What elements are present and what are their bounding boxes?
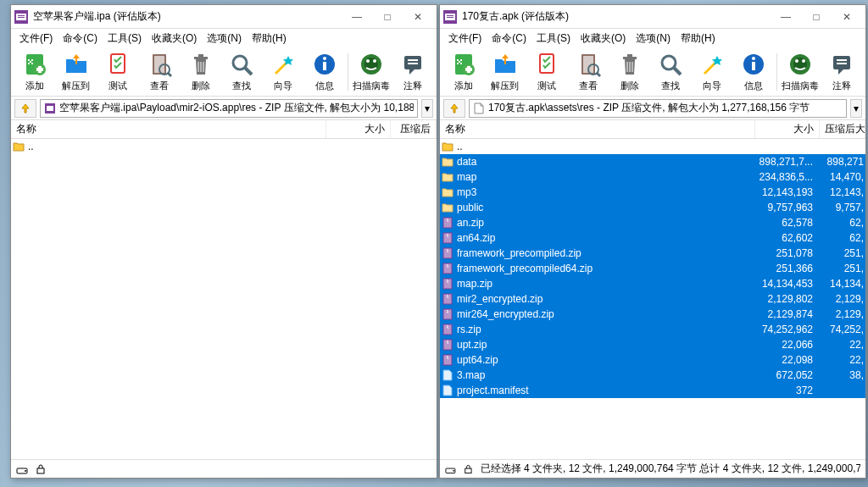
col-name[interactable]: 名称 [11, 120, 326, 138]
file-size: 234,836,5... [754, 171, 818, 183]
close-button[interactable]: ✕ [832, 7, 862, 27]
file-row[interactable]: project.manifest372 [440, 383, 865, 398]
file-row[interactable]: mir264_encrypted.zip2,129,8742,129, [440, 307, 865, 322]
file-row[interactable]: upt64.zip22,09822, [440, 352, 865, 368]
up-button[interactable] [14, 99, 36, 118]
svg-rect-87 [448, 250, 448, 251]
menu-item[interactable]: 文件(F) [14, 30, 58, 47]
col-size[interactable]: 大小 [326, 120, 391, 138]
toolbar-extract-button[interactable]: 解压到 [56, 49, 97, 95]
file-row[interactable]: framework_precompiled64.zip251,366251, [440, 261, 865, 276]
file-name: map.zip [457, 278, 754, 290]
toolbar-add-button[interactable]: 添加 [443, 49, 484, 95]
file-row[interactable]: 3.map672,05238, [440, 368, 865, 383]
window-ipa: 空苹果客户端.ipa (评估版本) — □ ✕ 文件(F)命令(C)工具(S)收… [10, 4, 437, 479]
file-list[interactable]: .. data898,271,7...898,271map234,836,5..… [440, 139, 865, 459]
toolbar-delete-button[interactable]: 删除 [181, 49, 221, 95]
menu-item[interactable]: 帮助(H) [676, 30, 721, 47]
file-row[interactable]: mir2_encrypted.zip2,129,8022,129, [440, 291, 865, 307]
file-row[interactable]: mp312,143,19312,143, [440, 185, 865, 200]
delete-icon [616, 51, 643, 78]
toolbar-label: 解压到 [62, 80, 90, 92]
path-dropdown[interactable]: ▾ [850, 99, 862, 118]
maximize-button[interactable]: □ [372, 7, 403, 27]
toolbar-view-button[interactable]: 查看 [139, 49, 180, 95]
col-packed[interactable]: 压缩后大 [820, 120, 865, 138]
toolbar-wizard-button[interactable]: 向导 [263, 49, 303, 95]
toolbar-find-button[interactable]: 查找 [222, 49, 263, 95]
file-row[interactable]: an64.zip62,60262, [440, 230, 865, 246]
toolbar-info-button[interactable]: 信息 [733, 49, 774, 95]
toolbar-find-button[interactable]: 查找 [651, 49, 692, 95]
svg-rect-59 [627, 54, 632, 57]
file-size: 22,066 [754, 339, 818, 351]
svg-rect-26 [323, 62, 326, 70]
close-button[interactable]: ✕ [403, 7, 433, 27]
toolbar-extract-button[interactable]: 解压到 [485, 49, 526, 95]
file-row[interactable]: data898,271,7...898,271 [440, 154, 865, 169]
svg-rect-45 [457, 59, 459, 61]
maximize-button[interactable]: □ [801, 7, 832, 27]
titlebar[interactable]: 170复古.apk (评估版本) — □ ✕ [440, 5, 865, 29]
file-row[interactable]: public9,757,9639,757, [440, 200, 865, 215]
menu-item[interactable]: 工具(S) [531, 30, 576, 47]
col-packed[interactable]: 压缩后 [391, 120, 437, 138]
find-icon [228, 51, 255, 78]
file-size: 898,271,7... [754, 156, 818, 168]
toolbar-test-button[interactable]: 测试 [97, 49, 138, 95]
minimize-button[interactable]: — [771, 7, 801, 27]
file-row[interactable]: an.zip62,57862, [440, 215, 865, 230]
toolbar-label: 查找 [661, 80, 680, 92]
svg-rect-104 [448, 297, 448, 298]
svg-rect-98 [447, 281, 448, 282]
file-row[interactable]: rs.zip74,252,96274,252, [440, 322, 865, 337]
menu-item[interactable]: 收藏夹(O) [147, 30, 202, 47]
test-icon [104, 51, 131, 78]
path-input[interactable]: 空苹果客户端.ipa\Payload\mir2-iOS.app\res - ZI… [40, 99, 418, 118]
file-packed: 74,252, [818, 324, 864, 335]
toolbar-view-button[interactable]: 查看 [568, 49, 609, 95]
toolbar-delete-button[interactable]: 删除 [609, 49, 650, 95]
toolbar-add-button[interactable]: 添加 [14, 49, 55, 95]
menu-item[interactable]: 工具(S) [103, 30, 147, 47]
toolbar-comment-button[interactable]: 注释 [821, 49, 862, 95]
menu-item[interactable]: 命令(C) [487, 30, 531, 47]
toolbar-info-button[interactable]: 信息 [304, 49, 345, 95]
titlebar[interactable]: 空苹果客户端.ipa (评估版本) — □ ✕ [11, 5, 437, 29]
parent-folder-row[interactable]: .. [440, 139, 865, 154]
toolbar-comment-button[interactable]: 注释 [392, 49, 433, 95]
svg-rect-42 [447, 15, 453, 16]
col-size[interactable]: 大小 [755, 120, 820, 138]
menu-item[interactable]: 选项(N) [202, 30, 247, 47]
menu-item[interactable]: 帮助(H) [247, 30, 292, 47]
minimize-button[interactable]: — [342, 7, 372, 27]
file-row[interactable]: upt.zip22,06622, [440, 337, 865, 352]
up-button[interactable] [443, 99, 465, 118]
toolbar-scan-button[interactable]: 扫描病毒 [780, 49, 821, 95]
app-icon [14, 10, 28, 24]
file-row[interactable]: map.zip14,134,45314,134, [440, 276, 865, 291]
col-name[interactable]: 名称 [440, 120, 755, 138]
menu-item[interactable]: 选项(N) [631, 30, 676, 47]
file-packed: 2,129, [818, 293, 864, 305]
parent-folder-row[interactable]: .. [11, 139, 437, 154]
file-list[interactable]: .. [11, 139, 437, 459]
svg-line-64 [674, 68, 681, 75]
add-icon [21, 51, 48, 78]
svg-rect-108 [447, 312, 448, 313]
file-row[interactable]: framework_precompiled.zip251,078251, [440, 246, 865, 261]
toolbar-scan-button[interactable]: 扫描病毒 [351, 49, 392, 95]
file-packed: 12,143, [818, 186, 864, 198]
toolbar-test-button[interactable]: 测试 [526, 49, 567, 95]
archive-icon [442, 354, 453, 366]
menu-item[interactable]: 文件(F) [443, 30, 487, 47]
menu-item[interactable]: 收藏夹(O) [576, 30, 631, 47]
svg-rect-116 [447, 340, 448, 341]
file-size: 62,578 [754, 217, 818, 229]
path-input[interactable]: 170复古.apk\assets\res - ZIP 压缩文件, 解包大小为 1… [469, 99, 847, 118]
menu-item[interactable]: 命令(C) [58, 30, 103, 47]
file-row[interactable]: map234,836,5...14,470, [440, 169, 865, 185]
svg-rect-103 [447, 296, 448, 297]
path-dropdown[interactable]: ▾ [421, 99, 433, 118]
toolbar-wizard-button[interactable]: 向导 [692, 49, 732, 95]
